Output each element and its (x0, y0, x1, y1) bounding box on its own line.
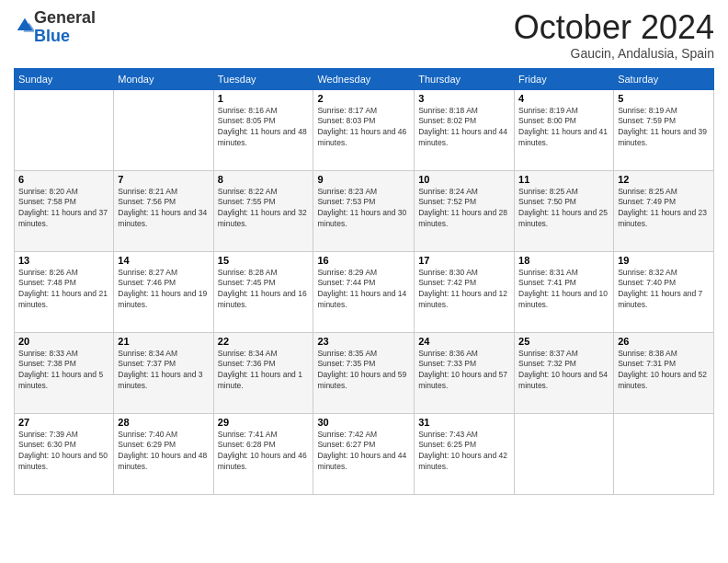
day-number: 22 (218, 336, 310, 347)
calendar-week-0: 1Sunrise: 8:16 AM Sunset: 8:05 PM Daylig… (15, 89, 714, 170)
day-number: 12 (618, 174, 710, 185)
day-info: Sunrise: 8:38 AM Sunset: 7:31 PM Dayligh… (618, 349, 710, 393)
day-number: 7 (118, 174, 209, 185)
day-number: 30 (317, 417, 410, 428)
day-info: Sunrise: 8:25 AM Sunset: 7:49 PM Dayligh… (618, 187, 710, 231)
day-info: Sunrise: 8:16 AM Sunset: 8:05 PM Dayligh… (218, 106, 310, 150)
calendar-cell: 1Sunrise: 8:16 AM Sunset: 8:05 PM Daylig… (213, 89, 313, 170)
calendar-cell: 15Sunrise: 8:28 AM Sunset: 7:45 PM Dayli… (213, 251, 313, 332)
calendar-cell: 24Sunrise: 8:36 AM Sunset: 7:33 PM Dayli… (415, 332, 515, 413)
day-info: Sunrise: 8:32 AM Sunset: 7:40 PM Dayligh… (618, 268, 710, 312)
weekday-header-thursday: Thursday (415, 68, 515, 89)
day-info: Sunrise: 8:35 AM Sunset: 7:35 PM Dayligh… (317, 349, 410, 393)
day-number: 4 (518, 93, 609, 104)
day-info: Sunrise: 8:34 AM Sunset: 7:37 PM Dayligh… (118, 349, 209, 393)
day-number: 15 (218, 255, 310, 266)
day-number: 2 (317, 93, 410, 104)
day-number: 1 (218, 93, 310, 104)
calendar-cell: 11Sunrise: 8:25 AM Sunset: 7:50 PM Dayli… (515, 170, 614, 251)
location: Gaucin, Andalusia, Spain (514, 46, 714, 61)
calendar-cell: 29Sunrise: 7:41 AM Sunset: 6:28 PM Dayli… (213, 413, 313, 494)
day-info: Sunrise: 8:34 AM Sunset: 7:36 PM Dayligh… (218, 349, 310, 393)
day-info: Sunrise: 8:30 AM Sunset: 7:42 PM Dayligh… (418, 268, 510, 312)
day-number: 14 (118, 255, 209, 266)
day-number: 11 (518, 174, 609, 185)
day-info: Sunrise: 8:19 AM Sunset: 8:00 PM Dayligh… (518, 106, 609, 150)
day-number: 28 (118, 417, 209, 428)
day-info: Sunrise: 8:37 AM Sunset: 7:32 PM Dayligh… (518, 349, 609, 393)
month-title: October 2024 (514, 9, 714, 46)
day-info: Sunrise: 8:18 AM Sunset: 8:02 PM Dayligh… (418, 106, 510, 150)
weekday-header-tuesday: Tuesday (213, 68, 313, 89)
calendar-cell: 16Sunrise: 8:29 AM Sunset: 7:44 PM Dayli… (313, 251, 415, 332)
weekday-row: SundayMondayTuesdayWednesdayThursdayFrid… (15, 68, 714, 89)
day-info: Sunrise: 8:29 AM Sunset: 7:44 PM Dayligh… (317, 268, 410, 312)
day-number: 24 (418, 336, 510, 347)
calendar-cell: 27Sunrise: 7:39 AM Sunset: 6:30 PM Dayli… (15, 413, 114, 494)
calendar-cell (515, 413, 614, 494)
day-number: 6 (18, 174, 109, 185)
day-info: Sunrise: 8:31 AM Sunset: 7:41 PM Dayligh… (518, 268, 609, 312)
day-number: 23 (317, 336, 410, 347)
logo-icon (16, 17, 34, 35)
day-number: 13 (18, 255, 109, 266)
day-info: Sunrise: 8:36 AM Sunset: 7:33 PM Dayligh… (418, 349, 510, 393)
calendar-week-4: 27Sunrise: 7:39 AM Sunset: 6:30 PM Dayli… (15, 413, 714, 494)
day-number: 5 (618, 93, 710, 104)
page: General Blue October 2024 Gaucin, Andalu… (0, 0, 728, 563)
logo-blue: Blue (34, 27, 70, 45)
day-info: Sunrise: 8:23 AM Sunset: 7:53 PM Dayligh… (317, 187, 410, 231)
day-number: 26 (618, 336, 710, 347)
day-number: 29 (218, 417, 310, 428)
weekday-header-monday: Monday (114, 68, 213, 89)
weekday-header-friday: Friday (515, 68, 614, 89)
calendar-cell: 2Sunrise: 8:17 AM Sunset: 8:03 PM Daylig… (313, 89, 415, 170)
day-info: Sunrise: 8:33 AM Sunset: 7:38 PM Dayligh… (18, 349, 109, 393)
day-info: Sunrise: 8:21 AM Sunset: 7:56 PM Dayligh… (118, 187, 209, 231)
calendar-cell: 3Sunrise: 8:18 AM Sunset: 8:02 PM Daylig… (415, 89, 515, 170)
day-number: 10 (418, 174, 510, 185)
day-number: 19 (618, 255, 710, 266)
calendar-cell: 30Sunrise: 7:42 AM Sunset: 6:27 PM Dayli… (313, 413, 415, 494)
calendar-cell: 5Sunrise: 8:19 AM Sunset: 7:59 PM Daylig… (614, 89, 714, 170)
calendar-cell: 31Sunrise: 7:43 AM Sunset: 6:25 PM Dayli… (415, 413, 515, 494)
day-info: Sunrise: 7:40 AM Sunset: 6:29 PM Dayligh… (118, 430, 209, 474)
calendar-cell: 21Sunrise: 8:34 AM Sunset: 7:37 PM Dayli… (114, 332, 213, 413)
calendar-cell: 10Sunrise: 8:24 AM Sunset: 7:52 PM Dayli… (415, 170, 515, 251)
calendar-cell: 28Sunrise: 7:40 AM Sunset: 6:29 PM Dayli… (114, 413, 213, 494)
calendar-cell: 17Sunrise: 8:30 AM Sunset: 7:42 PM Dayli… (415, 251, 515, 332)
day-info: Sunrise: 8:28 AM Sunset: 7:45 PM Dayligh… (218, 268, 310, 312)
day-number: 25 (518, 336, 609, 347)
calendar-cell: 14Sunrise: 8:27 AM Sunset: 7:46 PM Dayli… (114, 251, 213, 332)
day-number: 18 (518, 255, 609, 266)
header: General Blue October 2024 Gaucin, Andalu… (14, 9, 714, 61)
day-info: Sunrise: 7:39 AM Sunset: 6:30 PM Dayligh… (18, 430, 109, 474)
calendar-cell: 26Sunrise: 8:38 AM Sunset: 7:31 PM Dayli… (614, 332, 714, 413)
calendar-week-1: 6Sunrise: 8:20 AM Sunset: 7:58 PM Daylig… (15, 170, 714, 251)
day-info: Sunrise: 8:24 AM Sunset: 7:52 PM Dayligh… (418, 187, 510, 231)
day-number: 3 (418, 93, 510, 104)
calendar-cell: 12Sunrise: 8:25 AM Sunset: 7:49 PM Dayli… (614, 170, 714, 251)
calendar-cell: 4Sunrise: 8:19 AM Sunset: 8:00 PM Daylig… (515, 89, 614, 170)
day-number: 16 (317, 255, 410, 266)
logo-general: General (34, 8, 96, 27)
day-info: Sunrise: 8:20 AM Sunset: 7:58 PM Dayligh… (18, 187, 109, 231)
calendar-cell: 23Sunrise: 8:35 AM Sunset: 7:35 PM Dayli… (313, 332, 415, 413)
calendar-cell: 9Sunrise: 8:23 AM Sunset: 7:53 PM Daylig… (313, 170, 415, 251)
day-number: 8 (218, 174, 310, 185)
calendar-week-2: 13Sunrise: 8:26 AM Sunset: 7:48 PM Dayli… (15, 251, 714, 332)
calendar-header: SundayMondayTuesdayWednesdayThursdayFrid… (15, 68, 714, 89)
day-info: Sunrise: 7:41 AM Sunset: 6:28 PM Dayligh… (218, 430, 310, 474)
day-info: Sunrise: 8:27 AM Sunset: 7:46 PM Dayligh… (118, 268, 209, 312)
logo-text: General Blue (34, 9, 96, 46)
calendar-cell (114, 89, 213, 170)
logo: General Blue (14, 9, 96, 46)
day-info: Sunrise: 7:42 AM Sunset: 6:27 PM Dayligh… (317, 430, 410, 474)
day-number: 21 (118, 336, 209, 347)
calendar-cell: 25Sunrise: 8:37 AM Sunset: 7:32 PM Dayli… (515, 332, 614, 413)
day-number: 31 (418, 417, 510, 428)
calendar-cell: 8Sunrise: 8:22 AM Sunset: 7:55 PM Daylig… (213, 170, 313, 251)
day-info: Sunrise: 8:26 AM Sunset: 7:48 PM Dayligh… (18, 268, 109, 312)
day-info: Sunrise: 7:43 AM Sunset: 6:25 PM Dayligh… (418, 430, 510, 474)
day-number: 9 (317, 174, 410, 185)
